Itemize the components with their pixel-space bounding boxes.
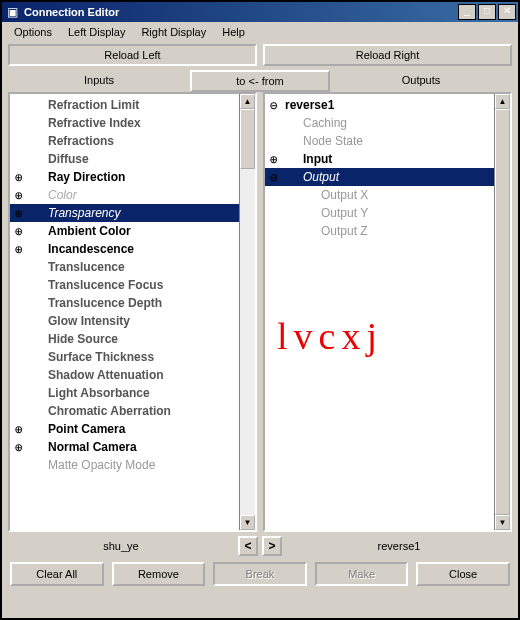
attr-label: Translucence	[28, 260, 255, 274]
attr-label: Ray Direction	[28, 170, 255, 184]
attr-label: Refraction Limit	[28, 98, 255, 112]
menu-help[interactable]: Help	[214, 24, 253, 40]
scroll-up-icon[interactable]: ▲	[495, 94, 510, 109]
outputs-panel: reverse1CachingNode StateInputOutputOutp…	[263, 92, 512, 532]
expand-icon[interactable]	[10, 242, 28, 257]
attr-output-x[interactable]: Output X	[265, 186, 510, 204]
scroll-thumb[interactable]	[495, 109, 510, 515]
attr-label: Incandescence	[28, 242, 255, 256]
menu-options[interactable]: Options	[6, 24, 60, 40]
attr-incandescence[interactable]: Incandescence	[10, 240, 255, 258]
attr-output-z[interactable]: Output Z	[265, 222, 510, 240]
close-button[interactable]: Close	[416, 562, 510, 586]
attr-input[interactable]: Input	[265, 150, 510, 168]
attr-refractions[interactable]: Refractions	[10, 132, 255, 150]
collapse-icon[interactable]	[265, 98, 283, 113]
inputs-header: Inputs	[8, 70, 190, 92]
reload-left-label: Reload Left	[104, 49, 160, 61]
expand-icon[interactable]	[10, 188, 28, 203]
reload-right-label: Reload Right	[356, 49, 420, 61]
break-button[interactable]: Break	[213, 562, 307, 586]
attr-reverse1[interactable]: reverse1	[265, 96, 510, 114]
close-window-button[interactable]: ✕	[498, 4, 516, 20]
attr-output-y[interactable]: Output Y	[265, 204, 510, 222]
attr-label: Matte Opacity Mode	[28, 458, 255, 472]
attr-label: Hide Source	[28, 332, 255, 346]
attr-refraction-limit[interactable]: Refraction Limit	[10, 96, 255, 114]
remove-button[interactable]: Remove	[112, 562, 206, 586]
window-title: Connection Editor	[24, 6, 456, 18]
attr-output[interactable]: Output	[265, 168, 510, 186]
make-button[interactable]: Make	[315, 562, 409, 586]
attr-glow-intensity[interactable]: Glow Intensity	[10, 312, 255, 330]
next-button[interactable]: >	[262, 536, 282, 556]
attr-ambient-color[interactable]: Ambient Color	[10, 222, 255, 240]
attr-hide-source[interactable]: Hide Source	[10, 330, 255, 348]
prev-button[interactable]: <	[238, 536, 258, 556]
expand-icon[interactable]	[10, 170, 28, 185]
collapse-icon[interactable]	[265, 170, 283, 185]
scroll-down-icon[interactable]: ▼	[240, 515, 255, 530]
attr-label: Output	[283, 170, 510, 184]
attr-label: reverse1	[283, 98, 510, 112]
attr-matte-opacity-mode[interactable]: Matte Opacity Mode	[10, 456, 255, 474]
attr-refractive-index[interactable]: Refractive Index	[10, 114, 255, 132]
watermark-text: lvcxj	[277, 314, 383, 358]
attr-surface-thickness[interactable]: Surface Thickness	[10, 348, 255, 366]
attr-label: Output Y	[283, 206, 510, 220]
attr-light-absorbance[interactable]: Light Absorbance	[10, 384, 255, 402]
scroll-thumb[interactable]	[240, 109, 255, 169]
clear-all-button[interactable]: Clear All	[10, 562, 104, 586]
expand-icon[interactable]	[265, 152, 283, 167]
to-from-button[interactable]: to <- from	[190, 70, 330, 92]
minimize-button[interactable]: _	[458, 4, 476, 20]
attr-label: Chromatic Aberration	[28, 404, 255, 418]
attr-label: Refractions	[28, 134, 255, 148]
right-node-label: reverse1	[286, 536, 512, 556]
attr-translucence-focus[interactable]: Translucence Focus	[10, 276, 255, 294]
scroll-up-icon[interactable]: ▲	[240, 94, 255, 109]
attr-label: Input	[283, 152, 510, 166]
expand-icon[interactable]	[10, 224, 28, 239]
attr-transparency[interactable]: Transparency	[10, 204, 255, 222]
attr-chromatic-aberration[interactable]: Chromatic Aberration	[10, 402, 255, 420]
expand-icon[interactable]	[10, 422, 28, 437]
menu-right-display[interactable]: Right Display	[133, 24, 214, 40]
attr-ray-direction[interactable]: Ray Direction	[10, 168, 255, 186]
attr-label: Shadow Attenuation	[28, 368, 255, 382]
attr-label: Output X	[283, 188, 510, 202]
to-from-label: to <- from	[236, 75, 283, 87]
expand-icon[interactable]	[10, 440, 28, 455]
attr-diffuse[interactable]: Diffuse	[10, 150, 255, 168]
attr-label: Ambient Color	[28, 224, 255, 238]
maximize-button[interactable]: □	[478, 4, 496, 20]
attr-normal-camera[interactable]: Normal Camera	[10, 438, 255, 456]
reload-left-button[interactable]: Reload Left	[8, 44, 257, 66]
attr-node-state[interactable]: Node State	[265, 132, 510, 150]
menu-left-display[interactable]: Left Display	[60, 24, 133, 40]
attr-color[interactable]: Color	[10, 186, 255, 204]
attr-translucence[interactable]: Translucence	[10, 258, 255, 276]
expand-icon[interactable]	[10, 206, 28, 221]
attr-point-camera[interactable]: Point Camera	[10, 420, 255, 438]
attr-label: Refractive Index	[28, 116, 255, 130]
attr-label: Translucence Focus	[28, 278, 255, 292]
attr-translucence-depth[interactable]: Translucence Depth	[10, 294, 255, 312]
attr-caching[interactable]: Caching	[265, 114, 510, 132]
attr-label: Point Camera	[28, 422, 255, 436]
scroll-down-icon[interactable]: ▼	[495, 515, 510, 530]
app-icon: ▣	[4, 4, 20, 20]
attr-label: Caching	[283, 116, 510, 130]
titlebar: ▣ Connection Editor _ □ ✕	[2, 2, 518, 22]
reload-right-button[interactable]: Reload Right	[263, 44, 512, 66]
attr-label: Diffuse	[28, 152, 255, 166]
attr-label: Node State	[283, 134, 510, 148]
attr-label: Surface Thickness	[28, 350, 255, 364]
attr-label: Normal Camera	[28, 440, 255, 454]
left-scrollbar[interactable]: ▲ ▼	[239, 94, 255, 530]
inputs-panel: Refraction LimitRefractive IndexRefracti…	[8, 92, 257, 532]
attr-shadow-attenuation[interactable]: Shadow Attenuation	[10, 366, 255, 384]
attr-label: Color	[28, 188, 255, 202]
outputs-header: Outputs	[330, 70, 512, 92]
right-scrollbar[interactable]: ▲ ▼	[494, 94, 510, 530]
